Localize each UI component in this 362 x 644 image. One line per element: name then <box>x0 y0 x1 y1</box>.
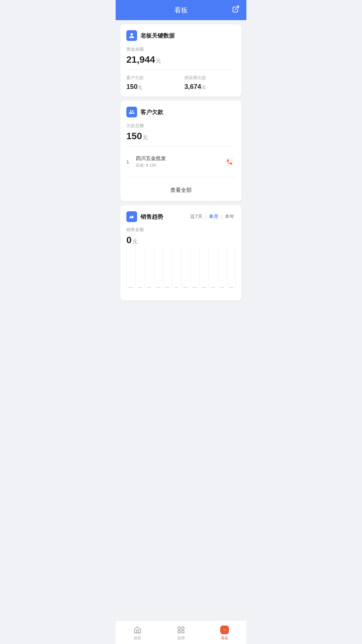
svg-rect-6 <box>182 631 184 633</box>
debt-list-item: 1 四川五金批发 应收: ¥ 150 <box>126 151 236 172</box>
sales-amount-label: 销售金额 <box>126 227 236 233</box>
tab-7days[interactable]: 近7天 <box>189 213 204 220</box>
svg-point-1 <box>225 157 234 167</box>
header: 看板 <box>116 0 246 20</box>
export-icon[interactable] <box>232 5 240 15</box>
sales-trend-card: 销售趋势 近7天 | 本月 | 本年 销售金额 0元 <box>120 205 242 301</box>
chart-bar-col <box>145 248 153 288</box>
debt-list: 1 四川五金批发 应收: ¥ 150 <box>126 151 236 172</box>
chart-bar-col <box>135 248 144 288</box>
sales-amount-value: 0元 <box>126 235 236 246</box>
debt-item-num: 1 <box>126 159 136 165</box>
chart-bars <box>126 248 236 288</box>
svg-rect-4 <box>182 627 184 629</box>
customer-debt-card-title: 客户欠款 <box>140 108 163 116</box>
sales-trend-tabs: 近7天 | 本月 | 本年 <box>189 213 236 220</box>
chart-bar-col <box>208 248 217 288</box>
debt-total-section: 欠款总额 150元 <box>126 123 236 142</box>
header-title: 看板 <box>174 6 188 15</box>
fund-value: 21,944元 <box>126 54 236 65</box>
debt-section: 客户欠款 150元 供应商欠款 3,674元 <box>126 75 236 91</box>
debt-total-label: 欠款总额 <box>126 123 236 129</box>
svg-rect-5 <box>178 631 180 633</box>
nav-apps[interactable]: 应用 <box>159 624 203 641</box>
fund-label: 资金余额 <box>126 46 236 52</box>
customer-debt-card: 客户欠款 欠款总额 150元 1 四川五金批发 应收: ¥ 150 <box>120 101 242 201</box>
debt-item-receivable: 应收: ¥ 150 <box>136 163 224 168</box>
boss-icon <box>126 30 137 41</box>
tab-month[interactable]: 本月 <box>207 213 220 220</box>
customer-debt-icon <box>126 107 137 117</box>
call-button[interactable] <box>224 156 236 168</box>
chart-bar-col <box>190 248 199 288</box>
svg-line-0 <box>235 6 239 10</box>
supplier-debt-value: 3,674元 <box>184 83 236 91</box>
nav-home-label: 首页 <box>134 636 141 641</box>
bottom-nav: 首页 应用 看板 <box>116 621 246 644</box>
sales-chart <box>126 248 236 294</box>
dashboard-icon <box>220 626 229 634</box>
chart-bar-col <box>126 248 135 288</box>
debt-total-value: 150元 <box>126 131 236 142</box>
svg-rect-3 <box>178 627 180 629</box>
tab-year[interactable]: 本年 <box>224 213 236 220</box>
sales-amount-section: 销售金额 0元 <box>126 227 236 246</box>
fund-section: 资金余额 21,944元 <box>126 46 236 65</box>
debt-item-info: 四川五金批发 应收: ¥ 150 <box>136 155 224 168</box>
supplier-debt-label: 供应商欠款 <box>184 75 236 81</box>
home-icon <box>133 626 142 634</box>
nav-home[interactable]: 首页 <box>116 624 159 641</box>
supplier-debt-section: 供应商欠款 3,674元 <box>184 75 236 91</box>
customer-debt-label: 客户欠款 <box>126 75 178 81</box>
nav-apps-label: 应用 <box>177 636 185 641</box>
boss-data-header: 老板关键数据 <box>126 30 236 41</box>
sales-trend-icon <box>126 211 137 222</box>
debt-item-name: 四川五金批发 <box>136 155 224 162</box>
nav-dashboard-label: 看板 <box>221 636 228 641</box>
chart-bar-col <box>154 248 162 288</box>
customer-debt-value: 150元 <box>126 83 178 91</box>
view-all-button[interactable]: 查看全部 <box>126 182 236 195</box>
nav-dashboard[interactable]: 看板 <box>203 624 246 641</box>
chart-bar-col <box>199 248 208 288</box>
apps-icon <box>177 626 185 634</box>
customer-debt-section: 客户欠款 150元 <box>126 75 178 91</box>
chart-bar-col <box>218 248 226 288</box>
customer-debt-card-header: 客户欠款 <box>126 107 236 117</box>
boss-data-title: 老板关键数据 <box>140 32 175 40</box>
sales-trend-header: 销售趋势 近7天 | 本月 | 本年 <box>126 211 236 222</box>
boss-data-card: 老板关键数据 资金余额 21,944元 客户欠款 150元 供应商欠款 3,67… <box>120 24 242 97</box>
chart-bar-col <box>163 248 171 288</box>
sales-trend-header-left: 销售趋势 <box>126 211 163 222</box>
chart-bar-col <box>181 248 190 288</box>
sales-trend-title: 销售趋势 <box>140 213 163 221</box>
chart-bar-col <box>172 248 180 288</box>
chart-bar-col <box>227 248 236 288</box>
